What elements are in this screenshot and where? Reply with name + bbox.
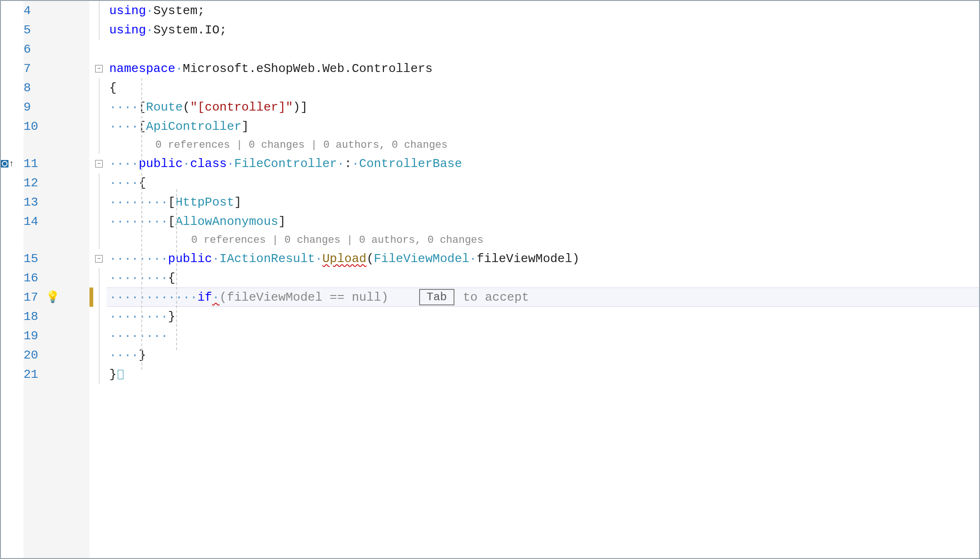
line-number: 20 (24, 348, 46, 362)
code-line[interactable]: using·System; (106, 1, 205, 20)
code-line[interactable]: ········[HttpPost] (106, 192, 242, 212)
codelens[interactable]: 0 references | 0 changes | 0 authors, 0 … (188, 234, 484, 246)
intellisense-suggestion: (fileViewModel == null) (219, 290, 389, 304)
line-number: 16 (24, 271, 46, 285)
code-editor[interactable]: ↑ 4 5 6 7 8 9 10 11 12 13 14 15 16 17💡 1… (0, 0, 980, 559)
code-line[interactable]: ····public·class·FileController·:·Contro… (106, 154, 462, 173)
glyph-margin: ↑ (1, 1, 24, 558)
line-number-gutter: 4 5 6 7 8 9 10 11 12 13 14 15 16 17💡 18 … (24, 1, 89, 558)
change-indicator-gutter (89, 1, 95, 558)
caret-indicator (118, 370, 123, 379)
line-number: 21 (24, 367, 46, 382)
line-number: 6 (24, 42, 39, 56)
line-number: 19 (24, 329, 46, 343)
tab-key-hint: Tab (419, 289, 454, 305)
line-number: 18 (24, 310, 46, 324)
code-line[interactable]: ····} (106, 345, 146, 365)
codelens[interactable]: 0 references | 0 changes | 0 authors, 0 … (153, 139, 448, 151)
code-line[interactable]: namespace·Microsoft.eShopWeb.Web.Control… (106, 59, 433, 78)
line-number: 5 (24, 23, 39, 37)
code-line[interactable]: { (106, 78, 117, 97)
class-nav-glyph[interactable]: ↑ (1, 154, 14, 173)
code-line[interactable]: ········ (106, 326, 168, 345)
code-line[interactable]: ····[ApiController] (106, 117, 249, 136)
line-number: 9 (24, 100, 39, 114)
code-line-current[interactable]: ············if·(fileViewModel == null) T… (106, 288, 529, 306)
line-number: 15 (24, 252, 46, 266)
fold-toggle-icon[interactable]: − (95, 65, 103, 72)
method-with-error[interactable]: Upload (323, 252, 367, 266)
fold-toggle-icon[interactable]: − (95, 255, 103, 263)
accept-hint: to accept (463, 290, 529, 304)
code-area[interactable]: using·System; using·System.IO; namespace… (106, 1, 979, 558)
code-line[interactable]: } (106, 365, 123, 384)
change-indicator (89, 287, 93, 307)
code-line[interactable]: ········[AllowAnonymous] (106, 212, 285, 231)
code-line[interactable]: using·System.IO; (106, 20, 227, 40)
line-number: 10 (24, 120, 46, 134)
line-number: 17 (24, 290, 46, 304)
outline-gutter[interactable]: − − − (95, 1, 106, 558)
fold-toggle-icon[interactable]: − (95, 160, 103, 168)
code-line[interactable] (106, 40, 109, 59)
lightbulb-icon[interactable]: 💡 (46, 290, 60, 304)
line-number: 11 (24, 157, 46, 171)
line-number: 12 (24, 176, 46, 190)
code-line[interactable]: ····[Route("[controller]")] (106, 97, 308, 117)
code-line[interactable]: ····{ (106, 173, 146, 192)
line-number: 7 (24, 62, 39, 76)
code-line[interactable]: ········public·IActionResult·Upload(File… (106, 249, 580, 268)
line-number: 13 (24, 195, 46, 209)
line-number: 8 (24, 81, 39, 95)
line-number: 4 (24, 4, 39, 18)
line-number: 14 (24, 215, 46, 229)
